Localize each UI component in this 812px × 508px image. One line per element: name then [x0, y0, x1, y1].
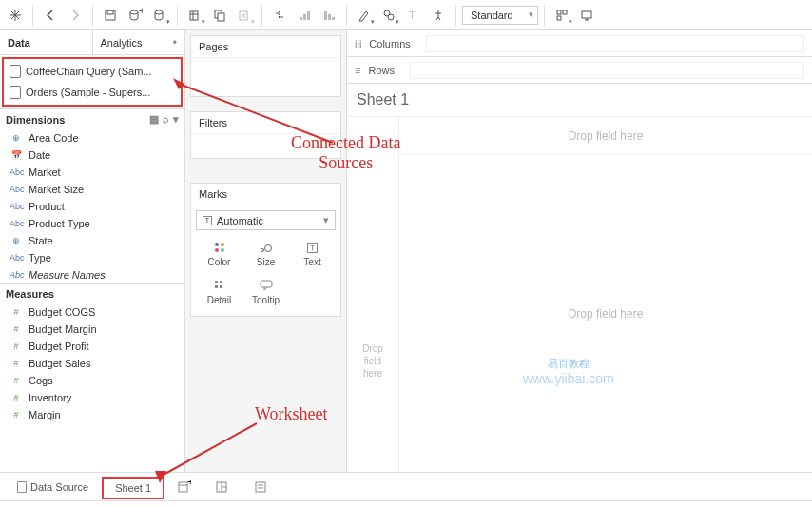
dimension-field[interactable]: AbcMarket Size: [0, 181, 184, 198]
svg-point-33: [264, 245, 271, 252]
pages-drop[interactable]: [191, 58, 340, 96]
automatic-icon: T: [203, 216, 212, 225]
pin-icon[interactable]: [427, 4, 450, 27]
tooltip-icon: [259, 279, 274, 292]
tab-analytics[interactable]: Analytics•: [92, 30, 185, 54]
main-area: Data Analytics• CoffeeChain Query (Sam..…: [0, 30, 812, 472]
svg-point-6: [130, 10, 138, 14]
new-story-tab-icon[interactable]: [242, 477, 279, 498]
datasource-item[interactable]: CoffeeChain Query (Sam...: [4, 61, 181, 82]
search-icon[interactable]: ⌕: [163, 113, 169, 126]
filters-card: Filters: [190, 111, 341, 159]
svg-rect-39: [179, 482, 187, 492]
datasource-item[interactable]: Orders (Sample - Supers...: [4, 82, 181, 103]
new-datasource-icon[interactable]: +: [124, 4, 146, 27]
view-icon[interactable]: ▦: [149, 113, 159, 126]
field-type-icon: #: [10, 324, 23, 334]
columns-shelf[interactable]: iii Columns: [347, 30, 812, 57]
size-icon: [259, 241, 274, 254]
dimension-field[interactable]: AbcProduct: [0, 198, 184, 215]
main-drop-zone[interactable]: Drop field here: [399, 155, 812, 472]
presentation-icon[interactable]: [575, 4, 598, 27]
bottom-tabs: Data Source Sheet 1 +: [0, 472, 812, 500]
watermark: 易百教程 www.yiibai.com: [523, 357, 614, 386]
measure-field[interactable]: #Cogs: [0, 372, 184, 389]
svg-rect-9: [190, 11, 198, 20]
new-worksheet-icon[interactable]: ▾: [184, 4, 206, 27]
new-dashboard-tab-icon[interactable]: [204, 477, 241, 498]
measure-field[interactable]: #Budget Profit: [0, 338, 184, 355]
svg-rect-19: [307, 11, 310, 20]
svg-rect-45: [256, 482, 265, 492]
row-drop-zone[interactable]: Drop field here: [347, 117, 399, 472]
status-bar: [0, 500, 812, 508]
rows-icon: ≡: [355, 65, 360, 76]
dimension-field[interactable]: AbcType: [0, 249, 184, 266]
svg-rect-27: [563, 10, 567, 14]
show-me-icon[interactable]: ▾: [551, 4, 573, 27]
dimensions-list: ⊕Area Code📅DateAbcMarketAbcMarket SizeAb…: [0, 129, 184, 283]
color-icon: [212, 241, 227, 254]
marks-type-dropdown[interactable]: T Automatic ▾: [196, 210, 336, 230]
dimension-field[interactable]: AbcMarket: [0, 164, 184, 181]
svg-rect-20: [324, 11, 327, 20]
measure-field[interactable]: #Inventory: [0, 389, 184, 406]
sheet-title[interactable]: Sheet 1: [347, 84, 812, 117]
forward-icon[interactable]: [64, 4, 87, 27]
duplicate-icon[interactable]: [208, 4, 231, 27]
columns-icon: iii: [355, 38, 361, 49]
field-type-icon: Abc: [10, 253, 23, 263]
dimension-field[interactable]: AbcProduct Type: [0, 215, 184, 232]
svg-rect-21: [328, 14, 331, 20]
new-worksheet-tab-icon[interactable]: +: [166, 477, 203, 498]
field-type-icon: #: [10, 359, 23, 368]
pages-label: Pages: [191, 36, 340, 58]
svg-rect-37: [220, 285, 222, 288]
svg-rect-35: [220, 281, 222, 283]
save-icon[interactable]: [99, 4, 122, 27]
field-type-icon: Abc: [10, 167, 23, 177]
svg-rect-34: [215, 281, 218, 283]
dimensions-header: Dimensions ▦⌕▾: [0, 108, 184, 129]
field-type-icon: Abc: [10, 270, 23, 280]
svg-rect-22: [332, 17, 335, 20]
measure-field[interactable]: #Budget Sales: [0, 355, 184, 372]
measure-field[interactable]: #Budget Margin: [0, 321, 184, 338]
filters-drop[interactable]: [191, 134, 340, 158]
dimension-field[interactable]: 📅Date: [0, 147, 184, 164]
marks-size[interactable]: Size: [242, 235, 289, 273]
group-icon[interactable]: ▾: [377, 4, 400, 27]
svg-rect-13: [218, 13, 224, 21]
tab-data[interactable]: Data: [0, 30, 92, 54]
datasource-tab[interactable]: Data Source: [6, 478, 100, 497]
marks-detail[interactable]: Detail: [196, 273, 242, 311]
sort-asc-icon[interactable]: [293, 4, 316, 27]
svg-text:+: +: [187, 480, 191, 487]
refresh-datasource-icon[interactable]: ▾: [148, 4, 171, 27]
rows-shelf[interactable]: ≡ Rows: [347, 57, 812, 84]
dimension-field[interactable]: AbcMeasure Names: [0, 266, 184, 283]
measure-field[interactable]: #Margin: [0, 406, 184, 423]
sort-desc-icon[interactable]: [318, 4, 340, 27]
menu-dropdown-icon[interactable]: ▾: [173, 113, 179, 126]
svg-point-24: [388, 14, 394, 20]
dimension-field[interactable]: ⊕State: [0, 232, 184, 249]
sheet1-tab[interactable]: Sheet 1: [102, 477, 164, 499]
dimension-field[interactable]: ⊕Area Code: [0, 129, 184, 147]
marks-tooltip[interactable]: Tooltip: [242, 273, 289, 311]
tableau-logo-icon[interactable]: [4, 4, 27, 27]
highlight-icon[interactable]: ▾: [353, 4, 376, 27]
svg-rect-38: [261, 281, 272, 287]
clear-icon[interactable]: ▾: [233, 4, 256, 27]
label-icon[interactable]: T: [402, 4, 425, 27]
marks-text[interactable]: T Text: [289, 235, 336, 273]
back-icon[interactable]: [39, 4, 62, 27]
marks-color[interactable]: Color: [196, 235, 242, 273]
svg-text:T: T: [409, 10, 416, 21]
swap-icon[interactable]: [268, 4, 291, 27]
measure-field[interactable]: #Budget COGS: [0, 303, 184, 321]
col-drop-zone[interactable]: Drop field here: [399, 117, 812, 155]
fit-dropdown[interactable]: Standard: [462, 6, 538, 25]
measures-list: #Budget COGS#Budget Margin#Budget Profit…: [0, 303, 184, 423]
detail-icon: [212, 279, 227, 292]
